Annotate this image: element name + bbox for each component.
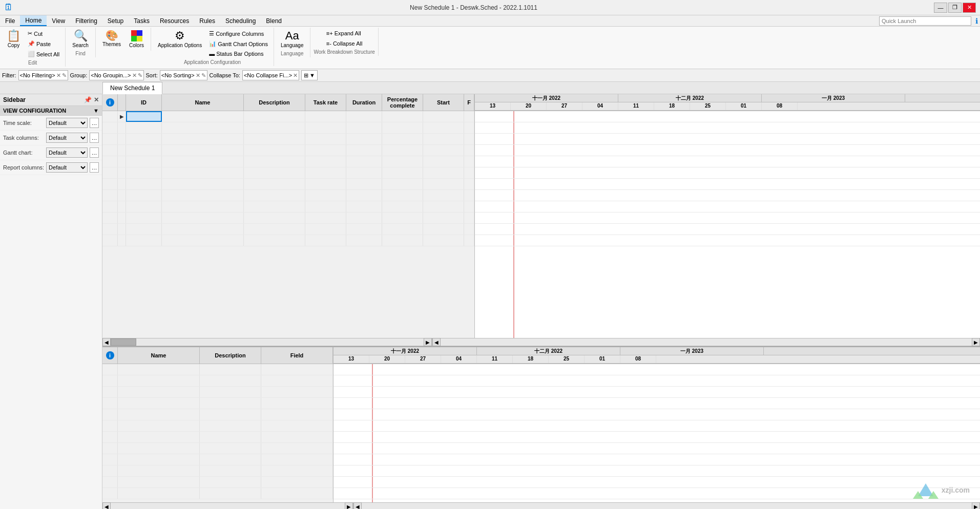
lower-cell-desc-10[interactable] (200, 465, 261, 476)
cell-start-5[interactable] (423, 156, 464, 167)
sidebar-gantt-chart-more-button[interactable]: … (90, 147, 99, 158)
lower-gantt-scroll-right-arrow[interactable]: ▶ (972, 502, 980, 509)
cell-dur-2[interactable] (346, 122, 382, 133)
collapse-clear-button[interactable]: ✕ (293, 72, 298, 79)
lower-cell-field-5[interactable] (261, 409, 333, 420)
menu-tasks[interactable]: Tasks (129, 15, 155, 26)
colors-button[interactable]: Colors (126, 29, 148, 50)
lower-cell-field-10[interactable] (261, 465, 333, 476)
sidebar-close-icon[interactable]: ✕ (94, 96, 99, 103)
cell-dur-10[interactable] (346, 213, 382, 223)
status-bar-options-button[interactable]: ▬ Status Bar Options (206, 49, 270, 58)
lower-scroll-left-arrow[interactable]: ◀ (102, 502, 111, 509)
cell-pct-5[interactable] (382, 156, 423, 167)
cell-pct-10[interactable] (382, 213, 423, 223)
lower-cell-name-2[interactable] (118, 375, 200, 386)
lower-cell-field-11[interactable] (261, 477, 333, 487)
cell-id-7[interactable] (126, 179, 162, 189)
cell-desc-2[interactable] (244, 122, 305, 133)
cell-flag-10[interactable] (464, 213, 474, 223)
lower-cell-name-7[interactable] (118, 432, 200, 442)
cell-desc-12[interactable] (244, 235, 305, 246)
cell-name-5[interactable] (162, 156, 244, 167)
lower-cell-field-7[interactable] (261, 432, 333, 442)
scroll-left-arrow[interactable]: ◀ (102, 338, 111, 346)
lower-cell-field-2[interactable] (261, 375, 333, 386)
cell-name-9[interactable] (162, 201, 244, 212)
search-button[interactable]: 🔍 Search (69, 29, 92, 50)
scroll-right-arrow[interactable]: ▶ (424, 338, 432, 346)
cell-desc-9[interactable] (244, 201, 305, 212)
cell-flag-12[interactable] (464, 235, 474, 246)
group-edit-button[interactable]: ✎ (138, 72, 142, 79)
cell-pct-4[interactable] (382, 145, 423, 156)
lower-gantt-scroll-track[interactable] (362, 503, 972, 509)
scroll-thumb-upper[interactable] (111, 338, 136, 346)
cell-desc-5[interactable] (244, 156, 305, 167)
cell-pct-9[interactable] (382, 201, 423, 212)
lower-cell-field-12[interactable] (261, 488, 333, 499)
cell-flag-6[interactable] (464, 167, 474, 178)
gantt-chart-options-button[interactable]: 📊 Gantt Chart Options (206, 39, 270, 49)
cell-id-2[interactable] (126, 122, 162, 133)
sidebar-report-columns-more-button[interactable]: … (90, 162, 99, 173)
collapse-all-button[interactable]: ≡- Collapse All (324, 39, 365, 48)
cell-expand-1[interactable]: ▶ (118, 111, 126, 122)
lower-cell-name-3[interactable] (118, 387, 200, 397)
menu-view[interactable]: View (47, 15, 70, 26)
cell-name-7[interactable] (162, 179, 244, 189)
cell-dur-4[interactable] (346, 145, 382, 156)
cell-id-11[interactable] (126, 224, 162, 235)
cell-dur-9[interactable] (346, 201, 382, 212)
configure-columns-button[interactable]: ☰ Configure Columns (206, 29, 270, 38)
cell-pct-11[interactable] (382, 224, 423, 235)
select-all-button[interactable]: ⬜ Select All (25, 49, 62, 59)
cell-pct-8[interactable] (382, 190, 423, 201)
cell-dur-5[interactable] (346, 156, 382, 167)
lower-cell-field-1[interactable] (261, 364, 333, 375)
lower-cell-name-9[interactable] (118, 454, 200, 465)
cell-id-4[interactable] (126, 145, 162, 156)
quick-launch-input[interactable] (879, 16, 971, 26)
cell-tr-10[interactable] (305, 213, 346, 223)
cell-id-5[interactable] (126, 156, 162, 167)
app-options-button[interactable]: ⚙ Application Options (154, 29, 205, 50)
cell-name-4[interactable] (162, 145, 244, 156)
cell-flag-5[interactable] (464, 156, 474, 167)
collapse-dropdown[interactable]: <No Collapse Fi...> ✕ (242, 70, 299, 80)
scroll-right-gantt-right-arrow[interactable]: ▶ (972, 338, 980, 346)
lower-scroll-right-arrow[interactable]: ▶ (345, 502, 353, 509)
cell-tr-7[interactable] (305, 179, 346, 189)
lower-cell-field-6[interactable] (261, 420, 333, 431)
lower-cell-desc-12[interactable] (200, 488, 261, 499)
cell-name-8[interactable] (162, 190, 244, 201)
copy-button[interactable]: 📋 Copy (3, 29, 24, 50)
view-options-dropdown[interactable]: ⊞ ▼ (301, 70, 318, 80)
group-dropdown[interactable]: <No Groupin...> ✕ ✎ (89, 70, 143, 80)
cell-tr-6[interactable] (305, 167, 346, 178)
cell-tr-2[interactable] (305, 122, 346, 133)
cell-start-8[interactable] (423, 190, 464, 201)
expand-all-button[interactable]: ≡+ Expand All (324, 29, 365, 38)
cell-dur-6[interactable] (346, 167, 382, 178)
cell-flag-2[interactable] (464, 122, 474, 133)
sidebar-pin-icon[interactable]: 📌 (84, 96, 92, 103)
cell-start-6[interactable] (423, 167, 464, 178)
cell-percentage-1[interactable] (382, 111, 423, 122)
group-clear-button[interactable]: ✕ (132, 72, 137, 79)
filter-dropdown[interactable]: <No Filtering> ✕ ✎ (18, 70, 68, 80)
cell-name-6[interactable] (162, 167, 244, 178)
cell-start-1[interactable] (423, 111, 464, 122)
menu-file[interactable]: File (0, 15, 20, 26)
cell-dur-7[interactable] (346, 179, 382, 189)
lower-cell-desc-7[interactable] (200, 432, 261, 442)
cell-start-2[interactable] (423, 122, 464, 133)
cut-button[interactable]: ✂ Cut (25, 29, 62, 38)
cell-name-1[interactable] (162, 111, 244, 122)
cell-id-3[interactable] (126, 134, 162, 144)
menu-blend[interactable]: Blend (261, 15, 287, 26)
sort-dropdown[interactable]: <No Sorting> ✕ ✎ (160, 70, 207, 80)
lower-cell-desc-2[interactable] (200, 375, 261, 386)
scroll-right-gantt-left-arrow[interactable]: ◀ (432, 338, 441, 346)
gantt-scroll-track-upper[interactable] (441, 338, 972, 346)
